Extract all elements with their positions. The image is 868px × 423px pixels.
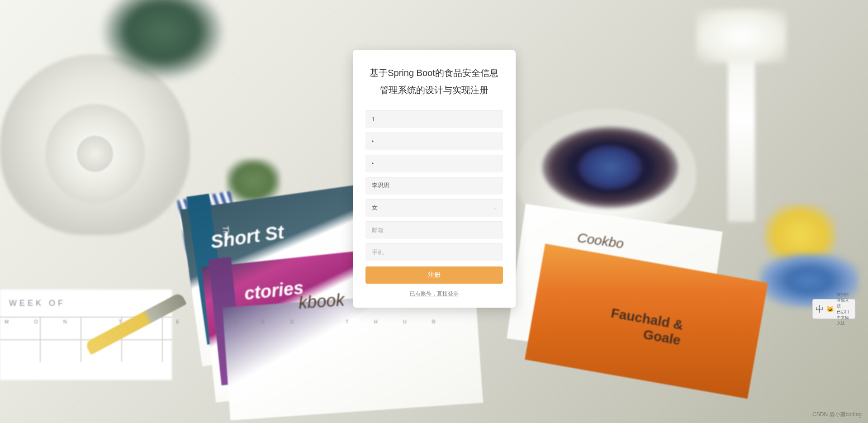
- phone-input[interactable]: [365, 243, 503, 261]
- bg-calendar-header: WEEK OF: [9, 299, 66, 308]
- password-input[interactable]: [365, 133, 503, 150]
- confirm-password-input[interactable]: [365, 155, 503, 172]
- bg-book-3-decoration: [223, 290, 483, 420]
- bg-plant-decoration: [100, 0, 226, 81]
- gender-select-value: 女: [372, 204, 378, 212]
- ime-icon: 🐱: [826, 305, 834, 313]
- ime-mode-char: 中: [816, 304, 824, 314]
- ime-text-line2: 已启用中文输入法: [837, 309, 852, 326]
- watermark: CSDN @小蔡coding: [812, 411, 862, 418]
- ime-text-line1: 搜狗拼音输入法: [837, 292, 852, 309]
- gender-select[interactable]: 女 ⌵: [365, 199, 503, 216]
- register-title: 基于Spring Boot的食品安全信息管理系统的设计与实现注册: [365, 64, 503, 99]
- ime-indicator: 中 🐱 搜狗拼音输入法 已启用中文输入法: [812, 299, 855, 319]
- bg-calendar-days: MON TUE WED THUR: [5, 319, 461, 324]
- bg-lamp-head-decoration: [696, 9, 787, 63]
- chevron-down-icon: ⌵: [493, 205, 497, 211]
- bg-berries-decoration-2: [579, 145, 642, 190]
- register-card: 基于Spring Boot的食品安全信息管理系统的设计与实现注册 女 ⌵ 注册 …: [353, 50, 516, 308]
- username-input[interactable]: [365, 110, 503, 128]
- bg-phone-center-decoration: [77, 136, 113, 172]
- name-input[interactable]: [365, 177, 503, 194]
- bg-book-text-3: kbook: [298, 290, 345, 313]
- register-button[interactable]: 注册: [365, 266, 503, 284]
- email-input[interactable]: [365, 221, 503, 238]
- login-link[interactable]: 已有账号，直接登录: [365, 290, 503, 298]
- ime-text-block: 搜狗拼音输入法 已启用中文输入法: [837, 292, 852, 326]
